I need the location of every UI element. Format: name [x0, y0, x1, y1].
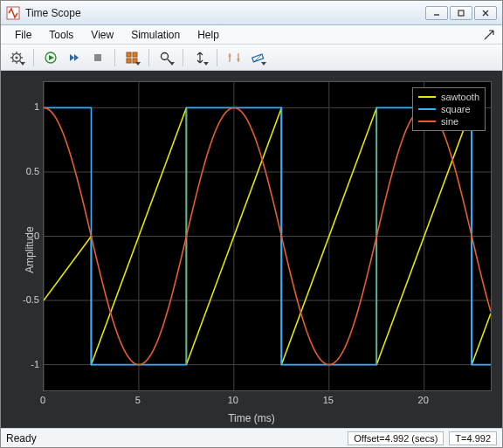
- x-axis-label: Time (ms): [228, 412, 275, 424]
- settings-button[interactable]: [6, 48, 27, 67]
- y-tick: -0.5: [22, 294, 39, 305]
- y-tick: 1: [22, 101, 39, 112]
- svg-rect-17: [94, 54, 101, 61]
- svg-line-12: [20, 53, 22, 55]
- status-time: T=4.992: [449, 431, 497, 445]
- dock-icon[interactable]: [483, 29, 495, 41]
- minimize-button[interactable]: [425, 6, 448, 20]
- svg-point-25: [238, 58, 240, 60]
- menu-simulation[interactable]: Simulation: [124, 27, 187, 43]
- svg-marker-15: [70, 54, 74, 61]
- legend-item-square[interactable]: square: [418, 104, 479, 114]
- svg-marker-16: [74, 54, 79, 61]
- svg-rect-20: [127, 59, 131, 63]
- close-button[interactable]: [474, 6, 497, 20]
- stop-button[interactable]: [87, 48, 108, 67]
- statusbar: Ready Offset=4.992 (secs) T=4.992: [1, 428, 502, 447]
- menu-view[interactable]: View: [84, 27, 121, 43]
- y-tick: 0.5: [22, 166, 39, 176]
- menu-file[interactable]: File: [8, 27, 38, 43]
- svg-marker-14: [49, 55, 54, 60]
- plot-area: Amplitude Time (ms) sawtooth square sine…: [1, 71, 502, 428]
- maximize-button[interactable]: [450, 6, 472, 20]
- legend-item-sine[interactable]: sine: [418, 116, 479, 127]
- svg-rect-18: [127, 52, 131, 57]
- y-tick: -1: [22, 359, 39, 369]
- step-fwd-button[interactable]: [64, 48, 85, 67]
- measure-button[interactable]: [247, 48, 268, 67]
- menu-tools[interactable]: Tools: [42, 27, 80, 43]
- app-icon: [6, 6, 20, 20]
- layout-button[interactable]: [121, 48, 142, 67]
- svg-rect-19: [133, 52, 137, 57]
- svg-line-9: [12, 53, 14, 55]
- legend[interactable]: sawtooth square sine: [412, 87, 486, 131]
- menubar: File Tools View Simulation Help: [1, 25, 502, 45]
- legend-item-sawtooth[interactable]: sawtooth: [418, 92, 479, 102]
- x-tick: 0: [40, 395, 45, 405]
- x-tick: 15: [323, 395, 334, 405]
- status-ready: Ready: [6, 432, 342, 445]
- run-button[interactable]: [40, 48, 61, 67]
- svg-point-4: [15, 56, 17, 59]
- zoom-button[interactable]: [155, 48, 176, 67]
- toolbar: [1, 45, 502, 71]
- x-tick: 5: [135, 395, 141, 405]
- status-offset: Offset=4.992 (secs): [348, 431, 444, 445]
- svg-rect-2: [458, 10, 464, 16]
- y-tick: 0: [22, 231, 39, 241]
- svg-point-24: [229, 54, 231, 57]
- svg-point-22: [162, 52, 169, 59]
- autoscale-button[interactable]: [189, 48, 210, 67]
- plot-canvas[interactable]: sawtooth square sine: [43, 81, 492, 391]
- svg-line-11: [12, 60, 14, 62]
- window-title: Time Scope: [25, 7, 420, 19]
- x-tick: 10: [228, 395, 238, 405]
- menu-help[interactable]: Help: [190, 27, 226, 43]
- cursors-button[interactable]: [224, 48, 245, 67]
- x-tick: 20: [418, 395, 429, 405]
